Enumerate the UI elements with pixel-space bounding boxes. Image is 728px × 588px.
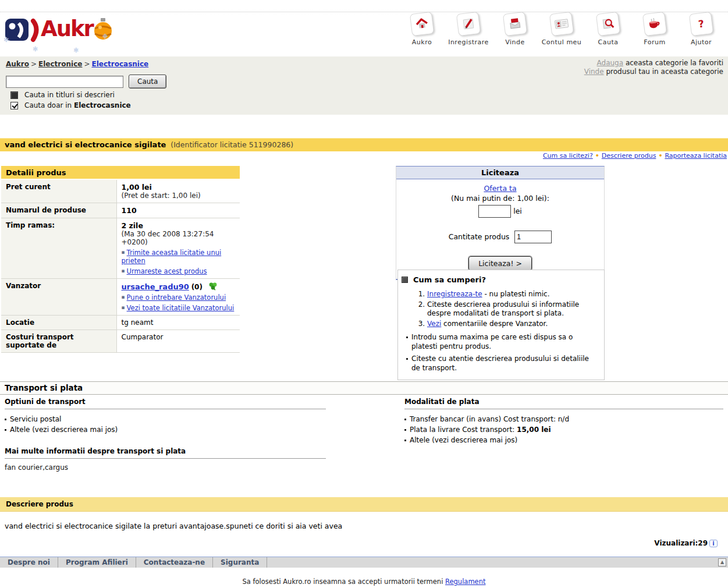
nav-item-contul-meu[interactable]: Contul meu — [538, 13, 585, 46]
more-transport-info-title: Mai multe informatii despre transport si… — [5, 447, 326, 459]
bullet-separator: • — [656, 152, 665, 160]
footer-link-despre-noi[interactable]: Despre noi — [0, 557, 58, 568]
time-left-label: Timp ramas: — [1, 218, 116, 279]
search-titles-checkbox[interactable] — [10, 91, 18, 99]
how-to-buy-steps: Inregistreaza-te - nu platesti nimic. Ci… — [427, 290, 598, 328]
footer-link-contacteaza-ne[interactable]: Contacteaza-ne — [136, 557, 213, 568]
more-transport-info-text: fan courier,cargus — [5, 463, 326, 472]
terms-line: Sa folosesti Aukro.ro inseamna sa accept… — [0, 578, 728, 586]
views-counter: Vizualizari:29 i — [654, 539, 718, 547]
add-favorite-text: aceasta categorie la favoriti — [623, 59, 723, 67]
add-favorite-line: Adauga aceasta categorie la favoriti — [584, 59, 723, 68]
breadcrumb-aukro[interactable]: Aukro — [6, 60, 29, 68]
bullet-icon — [406, 336, 408, 338]
list-item: Plata la livrare Cost transport: 15,00 l… — [404, 424, 723, 435]
bullet-icon: ▪ — [122, 294, 125, 300]
breadcrumb-electrocasnice[interactable]: Electrocasnice — [91, 60, 148, 68]
ask-seller-link[interactable]: Pune o intrebare Vanzatorului — [127, 293, 226, 302]
table-row-location: Locatie tg neamt — [1, 316, 240, 330]
bullet-icon — [5, 429, 6, 431]
auction-title: vand electrici si electrocanice sigilate — [5, 140, 166, 149]
transport-section-header: Transport si plata — [0, 381, 728, 395]
tip-read-carefully: Citeste cu atentie descrierea produsului… — [406, 355, 598, 373]
regulament-link[interactable]: Regulament — [445, 578, 485, 586]
search-button[interactable]: Cauta — [129, 75, 166, 88]
tip-max-amount: Introdu suma maxima pe care esti dispus … — [406, 333, 598, 351]
sell-here-link[interactable]: Vinde — [584, 68, 604, 76]
breadcrumb-electronice[interactable]: Electronice — [38, 60, 82, 68]
product-description-link[interactable]: Descriere produs — [602, 152, 656, 160]
product-details-table: Detalii produs Pret curent 1,00 lei (Pre… — [1, 166, 240, 353]
watch-product-link[interactable]: Urmareste acest produs — [127, 267, 207, 275]
nav-item-cauta[interactable]: Cauta — [585, 13, 631, 46]
send-to-friend-link[interactable]: Trimite aceasta licitatie unui prieten — [122, 249, 222, 265]
footer-link-program-afilieri[interactable]: Program Afilieri — [58, 557, 136, 568]
bullet-separator: • — [593, 152, 602, 160]
nav-label: Inregistrare — [445, 38, 492, 46]
ask-seller-line: ▪Pune o intrebare Vanzatorului — [122, 293, 236, 302]
see-comments-link[interactable]: Vezi — [427, 320, 441, 328]
bid-quantity-input[interactable] — [514, 231, 552, 243]
description-section-header: Descriere produs — [0, 497, 728, 512]
scroll-to-top-button[interactable]: ▲ — [718, 558, 726, 566]
snowflake-icon: ❉ — [102, 33, 108, 40]
nav-item-inregistrare[interactable]: Inregistrare — [445, 13, 492, 46]
list-item: Altele (vezi descrierea mai jos) — [5, 424, 326, 435]
new-user-clover-icon — [208, 282, 218, 291]
breadcrumb: Aukro>Electronice>Electrocasnice — [6, 60, 148, 68]
step-register: Inregistreaza-te - nu platesti nimic. — [427, 290, 598, 299]
how-to-buy-header: Cum sa cumperi? — [402, 275, 598, 284]
location-value: tg neamt — [122, 318, 154, 327]
nav-label: Cauta — [585, 38, 631, 46]
how-to-bid-link[interactable]: Cum sa licitezi? — [543, 152, 593, 160]
footer-link-siguranta[interactable]: Siguranta — [213, 557, 267, 568]
table-row-price: Pret curent 1,00 lei (Pret de start: 1,0… — [1, 180, 240, 203]
aukro-logo-text: Aukr — [41, 17, 93, 41]
add-favorite-link[interactable]: Adauga — [597, 59, 624, 67]
aukro-logo-mark-icon — [5, 15, 41, 43]
payment-methods-list: Transfer bancar (in avans) Cost transpor… — [404, 414, 723, 445]
table-row-time-left: Timp ramas: 2 zile (Ma 30 dec 2008 13:27… — [1, 218, 240, 279]
current-price: 1,00 lei — [122, 183, 152, 192]
report-auction-link[interactable]: Raporteaza licitatia — [665, 152, 727, 160]
search-input[interactable] — [6, 76, 123, 88]
bullet-icon: ▪ — [122, 249, 125, 255]
aukro-logo[interactable]: ✻ ✻ ✻ ❉ Aukr — [5, 15, 121, 54]
search-category-label: Cauta doar in Electrocasnice — [24, 101, 131, 109]
views-label: Vizualizari: — [654, 539, 698, 547]
header-divider — [0, 12, 728, 12]
info-icon[interactable]: i — [709, 540, 718, 547]
nav-item-aukro[interactable]: Aukro — [399, 13, 445, 46]
snowflake-icon: ✻ — [3, 36, 9, 44]
register-link[interactable]: Inregistreaza-te — [427, 290, 482, 298]
sell-here-line: Vinde produsul tau in aceasta categorie — [584, 68, 723, 76]
list-item: Transfer bancar (in avans) Cost transpor… — [404, 414, 723, 424]
bid-box-body: Oferta ta (Nu mai putin de: 1,00 lei): l… — [396, 179, 604, 279]
seller-username-link[interactable]: ursache_radu90 — [122, 282, 189, 291]
table-row-shipping-cost: Costuri transport suportate de Cumparato… — [1, 330, 240, 353]
seller-auctions-line: ▪Vezi toate licitatiile Vanzatorului — [122, 304, 236, 312]
currency-label: lei — [513, 207, 522, 215]
your-offer-link[interactable]: Oferta ta — [484, 184, 516, 193]
nav-item-vinde[interactable]: Vinde — [492, 13, 538, 46]
nav-item-ajutor[interactable]: ? Ajutor — [678, 13, 725, 46]
nav-label: Ajutor — [678, 38, 725, 46]
minimum-bid-note: (Nu mai putin de: 1,00 lei): — [396, 194, 604, 203]
place-bid-button[interactable]: Liciteaza! > — [468, 256, 532, 271]
nav-item-forum[interactable]: Forum — [631, 13, 678, 46]
start-price-note: (Pret de start: 1,00 lei) — [122, 192, 201, 200]
search-titles-label: Cauta in titluri si descrieri — [24, 91, 115, 99]
list-item: Altele (vezi descrierea mai jos) — [404, 435, 723, 445]
nav-label: Aukro — [399, 38, 445, 46]
bullet-icon — [5, 419, 6, 420]
step-read-description: Citeste descrierea produsului si informa… — [427, 300, 598, 318]
nav-label: Vinde — [492, 38, 538, 46]
search-category-checkbox[interactable] — [10, 102, 18, 109]
snowflake-icon: ✻ — [73, 47, 79, 54]
bid-amount-input[interactable] — [478, 205, 511, 218]
seller-auctions-link[interactable]: Vezi toate licitatiile Vanzatorului — [127, 304, 235, 312]
list-item: Serviciu postal — [5, 414, 326, 424]
more-transport-info: Mai multe informatii despre transport si… — [5, 447, 326, 472]
seller-label: Vanzator — [1, 279, 116, 316]
how-to-buy-title: Cum sa cumperi? — [413, 275, 486, 284]
